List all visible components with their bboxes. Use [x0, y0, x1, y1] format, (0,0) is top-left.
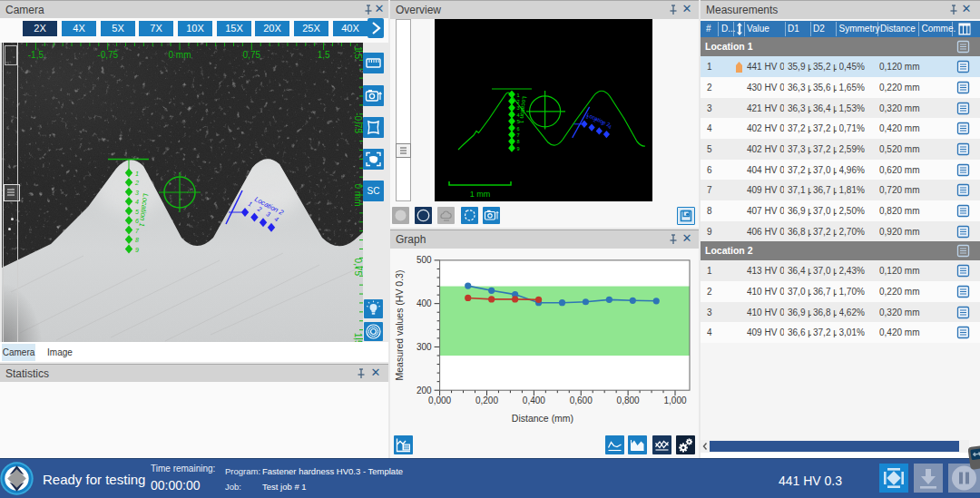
svg-text:1: 1: [247, 200, 253, 208]
svg-text:3: 3: [517, 105, 520, 111]
svg-text:1: 1: [135, 171, 139, 177]
svg-text:Location 1: Location 1: [138, 193, 150, 228]
svg-text:400: 400: [416, 298, 432, 308]
svg-text:9: 9: [135, 247, 139, 253]
svg-text:3: 3: [265, 210, 271, 218]
svg-text:0,600: 0,600: [570, 395, 593, 405]
svg-text:0,000: 0,000: [428, 395, 451, 405]
svg-text:7: 7: [135, 228, 140, 234]
svg-text:0,200: 0,200: [475, 395, 498, 405]
svg-text:Measured values (HV 0.3): Measured values (HV 0.3): [394, 270, 405, 381]
svg-text:2: 2: [517, 99, 520, 104]
svg-text:4: 4: [135, 199, 139, 205]
svg-text:0 mm: 0 mm: [169, 50, 191, 60]
svg-text:8: 8: [517, 139, 520, 144]
svg-text:9: 9: [517, 146, 520, 151]
svg-text:1,000: 1,000: [663, 395, 686, 405]
svg-text:-0,75: -0,75: [97, 50, 118, 60]
svg-text:7: 7: [517, 132, 520, 138]
svg-text:0,800: 0,800: [617, 395, 640, 405]
svg-text:0,75: 0,75: [243, 50, 261, 60]
svg-text:8: 8: [135, 237, 139, 243]
svg-text:0,75: 0,75: [353, 259, 363, 277]
svg-text:-1,5: -1,5: [353, 44, 363, 60]
svg-text:1,5: 1,5: [318, 50, 330, 60]
svg-text:2: 2: [134, 180, 139, 186]
svg-text:1: 1: [517, 93, 520, 98]
svg-text:6: 6: [517, 126, 520, 132]
svg-text:-0,75: -0,75: [353, 112, 363, 133]
svg-text:200: 200: [416, 386, 432, 395]
svg-text:1,5: 1,5: [353, 333, 363, 342]
svg-text:3: 3: [135, 190, 139, 196]
svg-text:4: 4: [273, 215, 279, 222]
svg-text:0,400: 0,400: [523, 395, 545, 405]
svg-text:-1,5: -1,5: [28, 50, 44, 60]
svg-text:300: 300: [416, 342, 432, 352]
svg-text:0 mm: 0 mm: [353, 184, 363, 207]
svg-text:1 mm: 1 mm: [470, 190, 491, 199]
svg-text:5: 5: [135, 209, 139, 215]
svg-text:4: 4: [517, 112, 520, 118]
svg-text:500: 500: [416, 255, 432, 265]
